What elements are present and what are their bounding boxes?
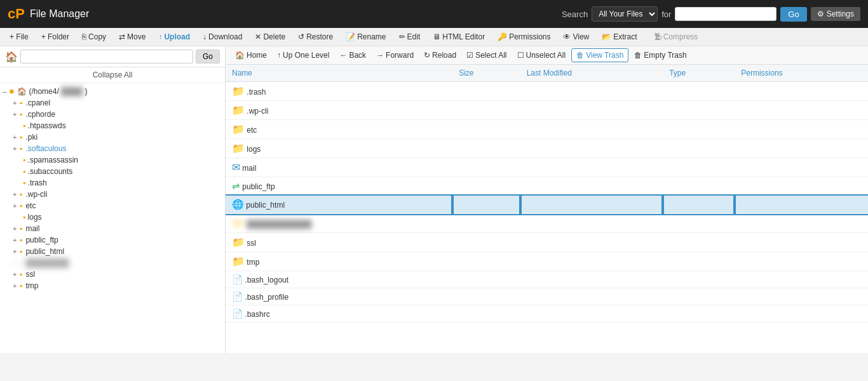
file-name-cell[interactable]: ⇌ public_ftp	[226, 177, 452, 196]
search-input[interactable]	[675, 7, 776, 21]
file-name-cell[interactable]: 📁 tmp	[226, 252, 452, 271]
file-name-cell[interactable]: 📄 .bash_logout	[226, 271, 452, 288]
table-row[interactable]: 📁 ssl	[226, 233, 868, 252]
col-size[interactable]: Size	[452, 65, 520, 82]
table-row[interactable]: 🌐 public_html	[226, 196, 868, 214]
empty-trash-button[interactable]: 🗑 Empty Trash	[630, 49, 691, 62]
file-name-cell[interactable]: 🌐 public_html	[226, 196, 452, 214]
expand-icon[interactable]: +	[13, 110, 17, 118]
file-name-cell[interactable]: 📄 .bash_profile	[226, 288, 452, 305]
tree-item-root[interactable]: – ■ 🏠 (/home4/ ████ )	[0, 86, 225, 97]
table-row[interactable]: 📁 .trash	[226, 82, 868, 101]
delete-button[interactable]: ✕ Delete	[250, 30, 290, 43]
expand-icon[interactable]: +	[13, 225, 17, 232]
copy-button[interactable]: ⎘ Copy	[78, 30, 111, 43]
file-name-cell[interactable]: ✉ mail	[226, 158, 452, 177]
table-row[interactable]: ⇌ public_ftp	[226, 177, 868, 196]
table-row[interactable]: 📄 .bash_logout	[226, 271, 868, 288]
tree-item-tmp[interactable]: + ▪ tmp	[0, 280, 225, 291]
compress-button[interactable]: 🗜 Compress	[649, 30, 703, 43]
settings-button[interactable]: ⚙ Settings	[811, 7, 860, 21]
expand-icon[interactable]: +	[13, 282, 17, 290]
tree-item-public-html[interactable]: + ▪ public_html	[0, 246, 225, 257]
file-name-cell[interactable]: 📁 ssl	[226, 233, 452, 252]
tree-item-cpanel[interactable]: + ▪ .cpanel	[0, 97, 225, 109]
sidebar-go-button[interactable]: Go	[196, 50, 220, 64]
expand-icon[interactable]: +	[13, 133, 17, 141]
new-folder-button[interactable]: + Folder	[37, 30, 74, 43]
file-name-cell[interactable]: 📁 .trash	[226, 82, 452, 101]
table-row[interactable]: ✉ mail	[226, 158, 868, 177]
col-modified[interactable]: Last Modified	[520, 65, 663, 82]
download-button[interactable]: ↓ Download	[198, 30, 247, 43]
ftp-icon: ⇌	[232, 180, 240, 191]
tree-item-pki[interactable]: + ▪ .pki	[0, 131, 225, 143]
search-go-button[interactable]: Go	[780, 7, 806, 22]
file-name-cell[interactable]: 📁 logs	[226, 139, 452, 158]
expand-icon[interactable]: +	[13, 190, 17, 198]
tree-item-logs[interactable]: ▪ logs	[0, 211, 225, 223]
tree-item-softaculous[interactable]: + ▪ .softaculous	[0, 143, 225, 154]
upload-button[interactable]: ↑ Upload	[154, 30, 194, 43]
table-row[interactable]: 📄 .bashrc	[226, 305, 868, 323]
html-editor-button[interactable]: 🖥 HTML Editor	[428, 30, 489, 43]
expand-icon[interactable]: +	[13, 145, 17, 152]
file-type-cell	[663, 177, 735, 196]
up-one-level-button[interactable]: ↑ Up One Level	[273, 49, 334, 62]
tree-item-wp-cli[interactable]: + ▪ .wp-cli	[0, 189, 225, 200]
expand-icon[interactable]: +	[13, 248, 17, 255]
collapse-all-button[interactable]: Collapse All	[0, 67, 225, 83]
search-scope-select[interactable]: All Your Files Public HTML Home Dir	[592, 6, 658, 22]
view-button[interactable]: 👁 View	[559, 30, 593, 43]
unselect-all-button[interactable]: ☐ Unselect All	[513, 49, 571, 62]
tree-item-spamassassin[interactable]: ▪ .spamassassin	[0, 154, 225, 166]
col-permissions[interactable]: Permissions	[735, 65, 868, 82]
tree-item-htpasswds[interactable]: ▪ .htpasswds	[0, 120, 225, 131]
file-size-cell	[452, 271, 520, 288]
file-name-cell[interactable]: 📄 .bashrc	[226, 305, 452, 323]
restore-button[interactable]: ↺ Restore	[294, 30, 337, 43]
file-size-cell	[452, 252, 520, 271]
file-name: public_ftp	[242, 182, 275, 191]
col-name[interactable]: Name	[226, 65, 452, 82]
col-type[interactable]: Type	[663, 65, 735, 82]
move-button[interactable]: ⇄ Move	[114, 30, 150, 43]
table-row[interactable]: 📁 .wp-cli	[226, 101, 868, 120]
tree-item-trash[interactable]: ▪ .trash	[0, 177, 225, 189]
view-trash-button[interactable]: 🗑 View Trash	[571, 48, 628, 62]
tree-item-public-ftp[interactable]: + ▪ public_ftp	[0, 234, 225, 246]
expand-icon: +	[13, 259, 17, 267]
select-all-button[interactable]: ☑ Select All	[462, 49, 511, 62]
expand-icon[interactable]: +	[13, 236, 17, 244]
edit-button[interactable]: ✏ Edit	[395, 30, 425, 43]
table-row[interactable]: 📁 ████████████	[226, 214, 868, 233]
file-name-cell[interactable]: 📁 etc	[226, 120, 452, 139]
back-button[interactable]: ← Back	[335, 49, 370, 62]
table-row[interactable]: 📁 tmp	[226, 252, 868, 271]
new-file-button[interactable]: + File	[5, 30, 33, 43]
tree-item-etc[interactable]: + ▪ etc	[0, 200, 225, 211]
expand-icon[interactable]: +	[13, 202, 17, 210]
sidebar-path-input[interactable]	[20, 50, 193, 64]
tree-item-blurred: + ▪ ████████	[0, 257, 225, 269]
table-row[interactable]: 📁 etc	[226, 120, 868, 139]
tree-item-cphorde[interactable]: + ▪ .cphorde	[0, 109, 225, 120]
file-name: logs	[247, 145, 261, 154]
home-button[interactable]: 🏠 Home	[231, 49, 271, 62]
tree-item-ssl[interactable]: + ▪ ssl	[0, 269, 225, 280]
folder-icon: ■	[9, 87, 13, 96]
rename-button[interactable]: 📝 Rename	[341, 30, 390, 43]
expand-icon[interactable]: +	[13, 271, 17, 278]
forward-button[interactable]: → Forward	[372, 49, 418, 62]
file-name-cell[interactable]: 📁 ████████████	[226, 214, 452, 233]
expand-icon[interactable]: +	[13, 99, 17, 107]
expand-icon[interactable]: –	[3, 88, 6, 95]
table-row[interactable]: 📁 logs	[226, 139, 868, 158]
tree-item-mail[interactable]: + ▪ mail	[0, 223, 225, 234]
reload-button[interactable]: ↻ Reload	[419, 49, 461, 62]
permissions-button[interactable]: 🔑 Permissions	[493, 30, 555, 43]
extract-button[interactable]: 📂 Extract	[597, 30, 641, 43]
tree-item-subaccounts[interactable]: ▪ .subaccounts	[0, 166, 225, 177]
table-row[interactable]: 📄 .bash_profile	[226, 288, 868, 305]
file-name-cell[interactable]: 📁 .wp-cli	[226, 101, 452, 120]
